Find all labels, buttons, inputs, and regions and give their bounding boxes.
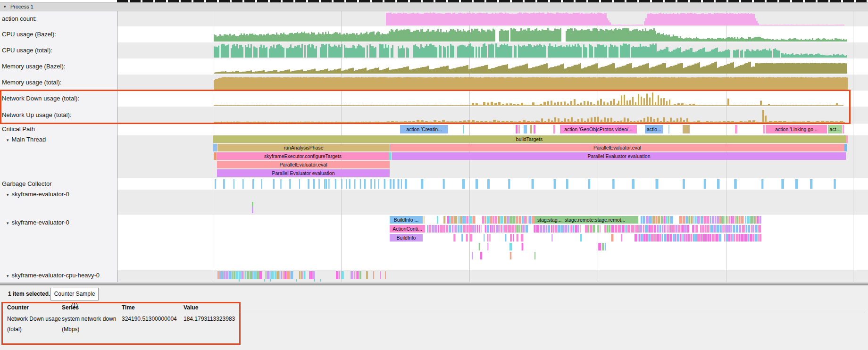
selection-highlight-table [1, 302, 241, 345]
main-thread-slice-2-0[interactable] [214, 152, 217, 160]
track-row-bg-1 [117, 26, 868, 42]
main-thread-slice-2-1[interactable]: skyframeExecutor.configureTargets [217, 152, 389, 160]
collapse-arrow-icon[interactable]: ▾ [7, 191, 9, 199]
critical-path-slice-14[interactable]: action 'Linking go... [766, 125, 827, 133]
main-thread-slice-1-2[interactable]: ParallelEvaluator.eval [390, 144, 844, 151]
sidebar-track-label-7[interactable]: Critical Path [2, 125, 35, 133]
critical-path-slice-11[interactable] [683, 125, 690, 133]
track-row-bg-3 [117, 58, 868, 75]
track-label-text: skyframe-evaluator-0 [12, 191, 69, 198]
track-label-text: Garbage Collector [2, 180, 52, 187]
slice-label: stag:stag... [537, 216, 561, 224]
critical-path-slice-8[interactable]: action 'GenObjcProtos video/... [560, 125, 637, 133]
skyframe-slice-2[interactable]: BuildInfo [390, 234, 423, 242]
collapse-arrow-icon[interactable]: ▾ [7, 272, 9, 280]
sidebar-track-label-10[interactable]: ▾skyframe-evaluator-0 [2, 191, 69, 198]
sidebar-divider [117, 2, 117, 282]
track-row-bg-10 [117, 190, 868, 215]
time-gridline-5 [853, 2, 853, 282]
process-title: Process 1 [10, 3, 33, 11]
critical-path-slice-4[interactable] [524, 125, 527, 133]
main-thread-slice-1-0[interactable] [213, 144, 217, 151]
main-thread-slice-1-3[interactable] [844, 144, 847, 151]
sidebar-track-label-12[interactable]: ▾skyframe-evaluator-cpu-heavy-0 [2, 272, 100, 279]
main-thread-slice-2-2[interactable] [389, 152, 392, 160]
track-label-text: Memory usage (Bazel): [2, 63, 65, 70]
track-label-text: Main Thread [12, 136, 46, 143]
track-row-bg-0 [117, 11, 868, 26]
sidebar-track-label-4[interactable]: Memory usage (total): [2, 79, 61, 86]
track-label-text: skyframe-evaluator-0 [12, 219, 69, 226]
sidebar-track-label-8[interactable]: ▾Main Thread [2, 136, 46, 143]
skyframe-slice-1[interactable]: ActionConti... [390, 225, 425, 233]
track-row-bg-9 [117, 178, 868, 190]
slice-label: stage.remote:stage.remot... [565, 216, 625, 224]
track-label-text: CPU usage (Bazel): [2, 31, 56, 38]
critical-path-slice-9[interactable]: actio... [645, 125, 663, 133]
critical-path-slice-12[interactable] [735, 125, 737, 133]
track-label-text: skyframe-evaluator-cpu-heavy-0 [12, 272, 100, 279]
process-header[interactable]: ▾ Process 1 [0, 2, 868, 11]
track-row-bg-12 [117, 270, 868, 282]
track-row-bg-4 [117, 75, 868, 91]
track-row-bg-11 [117, 215, 868, 270]
track-label-text: Critical Path [2, 125, 35, 133]
collapse-arrow-icon[interactable]: ▾ [7, 136, 9, 144]
main-thread-slice-3-0[interactable]: ParallelEvaluator.eval [217, 161, 390, 168]
critical-path-slice-0[interactable]: action 'Creatin... [400, 125, 448, 133]
skyframe-slice-0[interactable]: BuildInfo ... [390, 216, 423, 224]
collapse-arrow-icon[interactable]: ▾ [4, 3, 6, 11]
track-label-text: Memory usage (total): [2, 79, 61, 86]
collapse-arrow-icon[interactable]: ▾ [7, 219, 9, 227]
main-thread-slice-0-0[interactable]: buildTargets [213, 135, 846, 143]
skyframe-remote-stage-slice[interactable]: stag:stag...stage.remote:stage.remot... [534, 216, 638, 224]
track-label-text: action count: [2, 15, 37, 22]
trace-viewer: ▾ Process 1 action 'Creatin...action 'Ge… [0, 0, 868, 350]
track-label-text: CPU usage (total): [2, 47, 52, 54]
main-thread-slice-2-3[interactable]: Parallel Evaluator evaluation [392, 152, 846, 160]
critical-path-slice-3[interactable] [518, 125, 520, 133]
main-thread-slice-4-0[interactable]: Parallel Evaluator evaluation [217, 169, 390, 177]
track-row-bg-2 [117, 42, 868, 58]
sidebar-track-label-3[interactable]: Memory usage (Bazel): [2, 63, 65, 70]
sidebar-track-label-9[interactable]: Garbage Collector [2, 180, 52, 188]
critical-path-slice-6[interactable] [534, 125, 535, 133]
critical-path-slice-2[interactable] [516, 125, 517, 133]
critical-path-slice-5[interactable] [530, 125, 532, 133]
main-thread-slice-1-1[interactable]: runAnalysisPhase [217, 144, 390, 151]
sidebar-track-label-11[interactable]: ▾skyframe-evaluator-0 [2, 219, 69, 226]
track-row-bg-7 [117, 124, 868, 135]
critical-path-slice-13[interactable] [763, 125, 765, 133]
selection-highlight-network-tracks [0, 90, 851, 124]
critical-path-slice-7[interactable] [553, 125, 555, 133]
critical-path-slice-1[interactable] [463, 125, 464, 133]
critical-path-slice-15[interactable]: act... [828, 125, 842, 133]
selection-status: 1 item selected. [8, 291, 50, 297]
tab-counter-sample[interactable]: Counter Sample (1) [50, 288, 99, 300]
critical-path-slice-16[interactable] [843, 125, 844, 133]
critical-path-slice-10[interactable] [668, 125, 669, 133]
sidebar-track-label-2[interactable]: CPU usage (total): [2, 47, 52, 54]
sidebar-track-label-1[interactable]: CPU usage (Bazel): [2, 31, 56, 38]
main-thread-slice-0-1[interactable] [846, 135, 848, 143]
sidebar-track-label-0[interactable]: action count: [2, 15, 37, 23]
